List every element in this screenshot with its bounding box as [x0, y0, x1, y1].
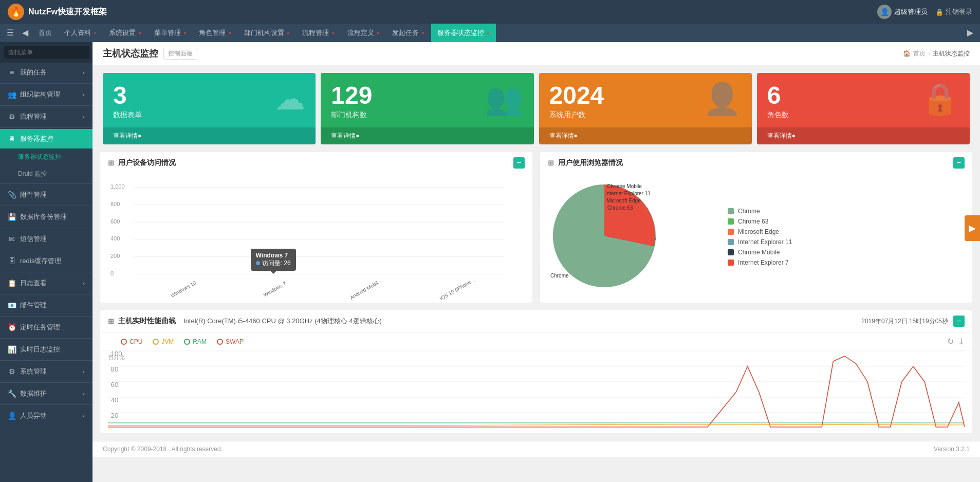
orange-fab-button[interactable]: ▶: [965, 215, 980, 241]
svg-text:80: 80: [111, 366, 119, 373]
logout-button[interactable]: 🔒 注销登录: [935, 7, 972, 16]
perf-legend-jvm[interactable]: JVM: [153, 338, 174, 345]
sidebar-item-scheduler-label: 定时任务管理: [20, 323, 60, 332]
pie-chart-collapse-button[interactable]: −: [953, 157, 965, 169]
bar-chart-collapse-button[interactable]: −: [513, 157, 525, 169]
footer-version: Version 3.2.1: [934, 446, 970, 453]
back-button[interactable]: ◀: [18, 24, 32, 42]
divider-9: [0, 294, 93, 294]
tab-home[interactable]: 首页: [32, 24, 58, 42]
tab-workflow-manage-close[interactable]: ×: [331, 30, 335, 36]
stat-footer-dept[interactable]: 查看详情●: [321, 127, 533, 144]
sidebar-item-realtime-logs-label: 实时日志监控: [20, 345, 60, 354]
tab-menu-manage-label: 菜单管理: [154, 28, 181, 38]
sidebar-item-personnel[interactable]: 👤 人员异动 ‹: [0, 406, 93, 425]
tab-launch-task[interactable]: 发起任务×: [386, 24, 431, 42]
bar-label-android: Android Mobil...: [349, 278, 383, 301]
sidebar-item-workflow[interactable]: ⚙ 流程管理 ‹: [0, 107, 93, 126]
tooltip-title-windows7: Windows 7: [256, 252, 291, 259]
perf-legend-cpu[interactable]: CPU: [121, 338, 142, 345]
pie-label-edge: Microsoft Edge: [606, 198, 641, 203]
cpu-legend-dot: [121, 339, 127, 345]
tab-role-manage-close[interactable]: ×: [228, 30, 231, 36]
ram-legend-dot: [184, 339, 190, 345]
legend-label-chrome: Chrome: [738, 208, 760, 215]
tab-system-settings-close[interactable]: ×: [138, 30, 141, 36]
bar-chart-area: 1,000 800 600 400 200 0 Wi: [108, 182, 525, 295]
tab-server-monitor-close[interactable]: ×: [487, 30, 490, 36]
tab-workflow-def[interactable]: 流程定义×: [341, 24, 386, 42]
sidebar-item-personnel-label: 人员异动: [20, 411, 47, 420]
sidebar-item-scheduler[interactable]: ⏰ 定时任务管理: [0, 318, 93, 337]
divider-10: [0, 316, 93, 317]
sidebar-sub-item-druid[interactable]: Druid 监控: [0, 165, 93, 182]
tab-dept-settings-close[interactable]: ×: [287, 30, 290, 36]
tab-menu-manage[interactable]: 菜单管理×: [148, 24, 193, 42]
sidebar-item-my-tasks[interactable]: ≡ 我的任务 ‹: [0, 63, 93, 82]
nav-tabs-bar: ☰ ◀ 首页 个人资料× 系统设置× 菜单管理× 角色管理× 部门机构设置× 流…: [0, 24, 980, 42]
grid-label-200: 200: [110, 253, 120, 259]
tab-workflow-manage[interactable]: 流程管理×: [296, 24, 341, 42]
sidebar-item-org-manage[interactable]: 👥 组织架构管理 ‹: [0, 85, 93, 104]
tab-menu-manage-close[interactable]: ×: [183, 30, 187, 36]
bar-tooltip-windows7: Windows 7 访问量: 26: [251, 249, 296, 271]
legend-item-chrome63: Chrome 63: [728, 218, 792, 225]
sidebar-item-sys-manage[interactable]: ⚙ 系统管理 ‹: [0, 362, 93, 381]
perf-collapse-button[interactable]: −: [953, 316, 965, 327]
divider-2: [0, 105, 93, 106]
search-input[interactable]: [4, 46, 89, 59]
breadcrumb-home-label[interactable]: 首页: [913, 49, 926, 58]
pie-chart-title-label: 用户使用浏览器情况: [558, 158, 623, 168]
tab-launch-task-close[interactable]: ×: [421, 30, 424, 36]
sidebar-item-realtime-logs[interactable]: 📊 实时日志监控: [0, 340, 93, 359]
forward-button[interactable]: ▶: [963, 24, 977, 42]
chevron-right-icon-7: ‹: [83, 413, 85, 419]
grid-icon-bar: ⊞: [108, 159, 114, 167]
stat-footer-roles[interactable]: 查看详情●: [757, 127, 970, 144]
tooltip-dot: [256, 261, 260, 265]
perf-download-button[interactable]: ⤓: [958, 337, 965, 346]
perf-y-label: 百分比: [108, 354, 125, 361]
org-manage-icon: 👥: [8, 90, 16, 99]
sidebar-item-server-monitor[interactable]: 🖥 服务器监控: [0, 129, 93, 149]
sidebar-item-logs[interactable]: 📋 日志查看 ‹: [0, 273, 93, 293]
tab-role-manage-label: 角色管理: [199, 28, 226, 38]
sidebar-item-db-backup[interactable]: 💾 数据库备份管理: [0, 207, 93, 227]
breadcrumb-bar: 主机状态监控 控制面板 🏠 首页 › 主机状态监控: [93, 42, 980, 65]
perf-legend-ram[interactable]: RAM: [184, 338, 207, 345]
tab-profile[interactable]: 个人资料×: [58, 24, 103, 42]
avatar: 👤: [877, 5, 892, 19]
breadcrumb-current-label: 主机状态监控: [933, 49, 970, 58]
sidebar-item-sms[interactable]: ✉ 短信管理: [0, 229, 93, 249]
legend-item-edge: Microsoft Edge: [728, 228, 792, 235]
sidebar-sub-item-server-status-label: 服务器状态监控: [18, 153, 61, 161]
stat-footer-users[interactable]: 查看详情●: [539, 127, 752, 144]
tab-role-manage[interactable]: 角色管理×: [193, 24, 237, 42]
app-logo: 🔥 NutzFw快速开发框架: [8, 4, 107, 20]
sidebar-item-data-maintain[interactable]: 🔧 数据维护 ‹: [0, 384, 93, 403]
tab-dept-settings[interactable]: 部门机构设置×: [238, 24, 296, 42]
tab-workflow-def-close[interactable]: ×: [377, 30, 380, 36]
menu-toggle-button[interactable]: ☰: [3, 24, 18, 42]
home-icon: 🏠: [903, 50, 911, 57]
legend-color-edge: [728, 229, 734, 235]
redis-icon: 🗄: [8, 257, 16, 265]
sidebar-item-redis[interactable]: 🗄 redis缓存管理: [0, 251, 93, 271]
sidebar-item-attachments[interactable]: 📎 附件管理: [0, 185, 93, 205]
pie-chart-title: ⊞ 用户使用浏览器情况: [548, 158, 623, 168]
tab-profile-close[interactable]: ×: [94, 30, 97, 36]
tab-dept-settings-label: 部门机构设置: [244, 28, 284, 38]
sidebar-sub-item-server-status[interactable]: 服务器状态监控: [0, 149, 93, 165]
stat-footer-forms[interactable]: 查看详情●: [103, 127, 316, 144]
tab-server-monitor[interactable]: 服务器状态监控×: [431, 24, 496, 42]
tab-workflow-def-label: 流程定义: [347, 28, 374, 38]
sms-icon: ✉: [8, 235, 16, 243]
bar-chart-title-label: 用户设备访问情况: [118, 158, 176, 168]
users-icon: 👤: [703, 81, 742, 117]
perf-legend-swap[interactable]: SWAP: [217, 338, 244, 345]
tab-system-settings[interactable]: 系统设置×: [103, 24, 147, 42]
sidebar-item-email[interactable]: 📧 邮件管理: [0, 295, 93, 315]
jvm-legend-label: JVM: [161, 338, 174, 345]
divider-3: [0, 127, 93, 128]
perf-refresh-button[interactable]: ↻: [947, 337, 954, 346]
